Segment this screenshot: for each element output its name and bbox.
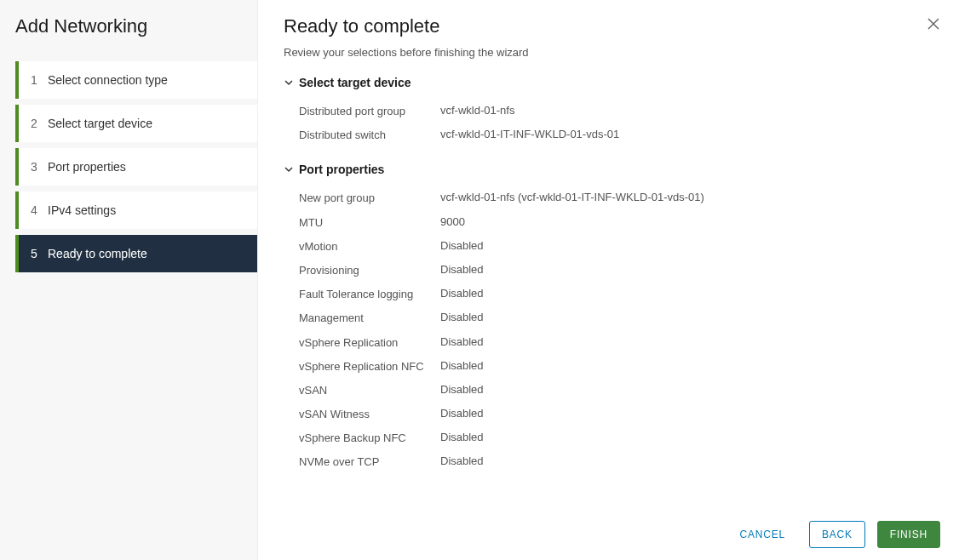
step-port-properties[interactable]: 3 Port properties [15, 148, 257, 186]
chevron-down-icon [284, 164, 294, 174]
cancel-button[interactable]: CANCEL [727, 522, 796, 547]
page-subtitle: Review your selections before finishing … [284, 46, 933, 59]
step-label: Select connection type [48, 73, 245, 87]
step-label: IPv4 settings [48, 203, 245, 217]
step-label: Select target device [48, 117, 245, 130]
step-number: 1 [31, 73, 48, 87]
prop-label: vSAN Witness [299, 407, 440, 422]
prop-provisioning: Provisioning Disabled [299, 259, 916, 283]
prop-distributed-port-group: Distributed port group vcf-wkld-01-nfs [299, 100, 916, 123]
prop-vmotion: vMotion Disabled [299, 235, 916, 259]
prop-value: Disabled [440, 407, 916, 420]
finish-button[interactable]: FINISH [877, 521, 940, 548]
section-select-target-device: Select target device Distributed port gr… [284, 76, 916, 147]
step-ipv4-settings[interactable]: 4 IPv4 settings [15, 191, 257, 229]
prop-label: NVMe over TCP [299, 454, 440, 470]
section-toggle[interactable]: Port properties [284, 163, 916, 176]
prop-vsan-witness: vSAN Witness Disabled [299, 403, 916, 426]
section-port-properties: Port properties New port group vcf-wkld-… [284, 163, 916, 474]
step-label: Ready to complete [48, 247, 245, 260]
prop-value: Disabled [440, 359, 916, 372]
prop-label: Distributed port group [299, 104, 440, 119]
prop-value: Disabled [440, 454, 916, 467]
prop-label: vSphere Backup NFC [299, 431, 440, 446]
step-select-connection-type[interactable]: 1 Select connection type [15, 61, 257, 99]
prop-value: Disabled [440, 383, 916, 396]
step-label: Port properties [48, 160, 245, 174]
section-title: Select target device [299, 76, 411, 89]
prop-label: vSphere Replication [299, 335, 440, 351]
step-number: 3 [31, 160, 48, 174]
prop-value: vcf-wkld-01-IT-INF-WKLD-01-vds-01 [440, 128, 916, 140]
prop-mtu: MTU 9000 [299, 211, 916, 235]
prop-vsphere-replication-nfc: vSphere Replication NFC Disabled [299, 355, 916, 379]
prop-value: 9000 [440, 215, 916, 228]
prop-value: Disabled [440, 311, 916, 323]
prop-label: vSphere Replication NFC [299, 359, 440, 374]
step-number: 2 [31, 117, 48, 130]
wizard-footer: CANCEL BACK FINISH [258, 508, 959, 560]
prop-label: vMotion [299, 239, 440, 254]
step-number: 4 [31, 203, 48, 217]
page-title: Ready to complete [284, 15, 933, 37]
prop-vsphere-replication: vSphere Replication Disabled [299, 331, 916, 355]
prop-label: Distributed switch [299, 128, 440, 143]
section-toggle[interactable]: Select target device [284, 76, 916, 89]
prop-vsan: vSAN Disabled [299, 379, 916, 403]
step-ready-to-complete[interactable]: 5 Ready to complete [15, 235, 257, 272]
prop-label: Management [299, 311, 440, 326]
prop-label: Provisioning [299, 263, 440, 278]
wizard-content: Ready to complete Review your selections… [258, 0, 959, 560]
prop-label: vSAN [299, 383, 440, 398]
step-select-target-device[interactable]: 2 Select target device [15, 105, 257, 142]
prop-value: vcf-wkld-01-nfs [440, 104, 916, 117]
prop-value: Disabled [440, 287, 916, 300]
prop-distributed-switch: Distributed switch vcf-wkld-01-IT-INF-WK… [299, 123, 916, 147]
prop-label: Fault Tolerance logging [299, 287, 440, 302]
prop-nvme-over-tcp: NVMe over TCP Disabled [299, 450, 916, 474]
close-button[interactable] [927, 17, 942, 32]
prop-value: Disabled [440, 335, 916, 348]
section-title: Port properties [299, 163, 384, 176]
step-number: 5 [31, 247, 48, 260]
prop-management: Management Disabled [299, 306, 916, 330]
close-icon [927, 17, 940, 31]
prop-vsphere-backup-nfc: vSphere Backup NFC Disabled [299, 426, 916, 450]
prop-new-port-group: New port group vcf-wkld-01-nfs (vcf-wkld… [299, 186, 916, 210]
wizard-steps: 1 Select connection type 2 Select target… [15, 61, 257, 272]
prop-label: MTU [299, 215, 440, 231]
prop-value: Disabled [440, 239, 916, 252]
back-button[interactable]: BACK [809, 521, 865, 548]
chevron-down-icon [284, 77, 294, 88]
prop-fault-tolerance-logging: Fault Tolerance logging Disabled [299, 283, 916, 306]
wizard-sidebar: Add Networking 1 Select connection type … [0, 0, 258, 560]
prop-value: vcf-wkld-01-nfs (vcf-wkld-01-IT-INF-WKLD… [440, 191, 916, 203]
prop-value: Disabled [440, 431, 916, 443]
wizard-title: Add Networking [15, 15, 257, 37]
prop-label: New port group [299, 191, 440, 206]
prop-value: Disabled [440, 263, 916, 276]
summary-scroll[interactable]: Select target device Distributed port gr… [284, 76, 933, 500]
